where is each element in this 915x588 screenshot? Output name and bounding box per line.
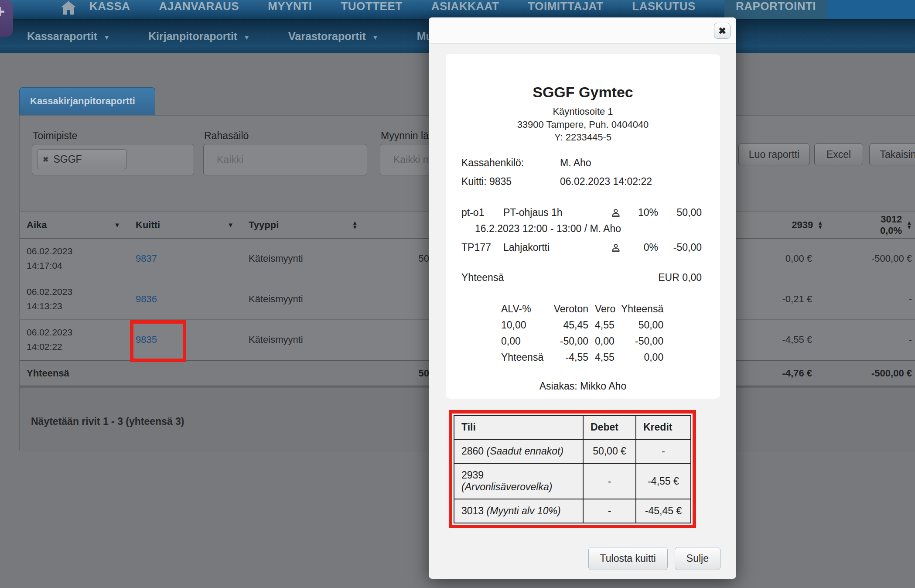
- modal-button-row: Tulosta kuitti Sulje: [588, 547, 720, 570]
- luo-raportti-button[interactable]: Luo raportti: [738, 144, 810, 165]
- modal-close-button[interactable]: ✖: [714, 23, 731, 39]
- accounting-row: 2939 (Arvonlisäverovelka) - -4,55 €: [454, 463, 691, 499]
- person-icon: [606, 208, 625, 218]
- nav-item-kassa[interactable]: KASSA: [89, 0, 130, 19]
- accounting-row: 2860 (Saadut ennakot) 50,00 € -: [454, 439, 691, 463]
- nav-item-raportointi-active[interactable]: RAPORTOINTI: [724, 0, 827, 19]
- receipt-link-9836[interactable]: 9836: [136, 294, 157, 304]
- nav-item-myynti[interactable]: MYYNTI: [268, 0, 312, 19]
- receipt-address: Käyntiosoite 1 33900 Tampere, Puh. 04040…: [461, 105, 704, 144]
- dropdown-icon: ▼: [372, 32, 379, 41]
- column-header-2939[interactable]: 2939 ▲▼: [744, 219, 827, 231]
- receipt-link-9837[interactable]: 9837: [136, 253, 157, 264]
- sort-both-icon: ▲▼: [817, 221, 823, 229]
- subnav-item-kirjanpitoraportit[interactable]: Kirjanpitoraportit ▼: [148, 30, 250, 43]
- cashier-label: Kassahenkilö:: [461, 157, 560, 169]
- vat-row: 10,00 45,45 4,55 50,00: [501, 317, 663, 333]
- navbar-highlight-region: [827, 0, 915, 19]
- takaisin-button[interactable]: Takaisin: [869, 144, 915, 165]
- myynti-label: Myynnin lä: [381, 130, 429, 142]
- subnav-item-kassaraportit[interactable]: Kassaraportit ▼: [27, 30, 110, 43]
- dropdown-icon: ▼: [243, 32, 250, 41]
- sort-desc-icon: ▼: [227, 221, 234, 229]
- sulje-button[interactable]: Sulje: [675, 547, 720, 570]
- receipt-customer: Asiakas: Mikko Aho: [461, 380, 704, 392]
- receipt-datetime: 06.02.2023 14:02:22: [560, 176, 704, 188]
- sort-both-icon: ▲▼: [906, 221, 912, 229]
- tab-kassakirjanpitoraportti[interactable]: Kassakirjanpitoraportti: [19, 87, 155, 115]
- dropdown-icon: ▼: [103, 32, 110, 41]
- toimipiste-chip[interactable]: ✖ SGGF: [37, 149, 127, 169]
- nav-item-laskutus[interactable]: LASKUTUS: [632, 0, 696, 19]
- subnav-item-varastoraportit[interactable]: Varastoraportit ▼: [288, 30, 379, 43]
- receipt-item: TP177 Lahjakortti 0% -50,00: [461, 242, 704, 253]
- chip-remove-icon[interactable]: ✖: [43, 155, 48, 164]
- nav-item-tuotteet[interactable]: TUOTTEET: [341, 0, 402, 19]
- annotation-red-box-accounts: Tili Debet Kredit 2860 (Saadut ennakot) …: [449, 410, 696, 528]
- top-navbar: KASSA AJANVARAUS MYYNTI TUOTTEET ASIAKKA…: [0, 0, 915, 19]
- app-screen: KASSA AJANVARAUS MYYNTI TUOTTEET ASIAKKA…: [0, 0, 915, 588]
- toimipiste-label: Toimipiste: [33, 130, 77, 142]
- home-button[interactable]: [0, 0, 89, 19]
- receipt-card: SGGF Gymtec Käyntiosoite 1 33900 Tampere…: [446, 54, 720, 399]
- excel-button[interactable]: Excel: [814, 144, 863, 165]
- receipt-item: pt-o1 PT-ohjaus 1h 10% 50,00: [461, 207, 704, 219]
- rahasailo-label: Rahasäilö: [204, 130, 249, 142]
- annotation-red-box-receipt: [130, 320, 186, 362]
- pagination-text: Näytetään rivit 1 - 3 (yhteensä 3): [31, 416, 184, 427]
- home-icon: [60, 0, 77, 15]
- rahasailo-input[interactable]: Kaikki: [203, 144, 367, 175]
- nav-item-toimittajat[interactable]: TOIMITTAJAT: [528, 0, 603, 19]
- plus-icon: +: [0, 2, 5, 21]
- receipt-number: Kuitti: 9835: [461, 176, 560, 188]
- column-header-3012[interactable]: 3012 0,0% ▲▼: [827, 214, 915, 236]
- accounting-table: Tili Debet Kredit 2860 (Saadut ennakot) …: [454, 415, 691, 523]
- close-icon: ✖: [718, 26, 726, 36]
- rahasailo-placeholder: Kaikki: [204, 144, 367, 175]
- modal-header: ✖: [429, 17, 736, 44]
- column-header-kuitti[interactable]: Kuitti ▼: [133, 219, 247, 231]
- vat-total-row: Yhteensä -4,55 4,55 0,00: [501, 349, 663, 366]
- receipt-items: pt-o1 PT-ohjaus 1h 10% 50,00 16.2.2023 1…: [461, 207, 704, 253]
- nav-item-asiakkaat[interactable]: ASIAKKAAT: [431, 0, 499, 19]
- receipt-modal: ✖ SGGF Gymtec Käyntiosoite 1 33900 Tampe…: [429, 17, 736, 579]
- vat-row: 0,00 -50,00 0,00 -50,00: [501, 333, 663, 349]
- receipt-total: Yhteensä EUR 0,00: [461, 272, 704, 284]
- feedback-widget[interactable]: +: [0, 0, 13, 37]
- vat-header-row: ALV-% Veroton Vero Yhteensä: [501, 301, 663, 317]
- toimipiste-input[interactable]: ✖ SGGF: [32, 144, 194, 175]
- sort-desc-icon: ▼: [114, 221, 120, 229]
- accounting-row: 3013 (Myynti alv 10%) - -45,45 €: [454, 499, 691, 523]
- accounting-header-row: Tili Debet Kredit: [454, 415, 691, 439]
- column-header-tyyppi[interactable]: Tyyppi ▲▼: [247, 219, 373, 231]
- receipt-store-name: SGGF Gymtec: [461, 84, 704, 101]
- tulosta-kuitti-button[interactable]: Tulosta kuitti: [588, 547, 668, 570]
- column-header-aika[interactable]: Aika ▼: [20, 219, 133, 231]
- vat-table: ALV-% Veroton Vero Yhteensä 10,00 45,45 …: [501, 301, 663, 366]
- receipt-info: Kassahenkilö: M. Aho Kuitti: 9835 06.02.…: [461, 157, 704, 188]
- receipt-item-note: 16.2.2023 12:00 - 13:00 / M. Aho: [475, 223, 704, 235]
- cashier-value: M. Aho: [560, 157, 704, 169]
- person-icon: [606, 243, 625, 253]
- sort-both-icon: ▲▼: [352, 221, 358, 229]
- nav-item-ajanvaraus[interactable]: AJANVARAUS: [159, 0, 239, 19]
